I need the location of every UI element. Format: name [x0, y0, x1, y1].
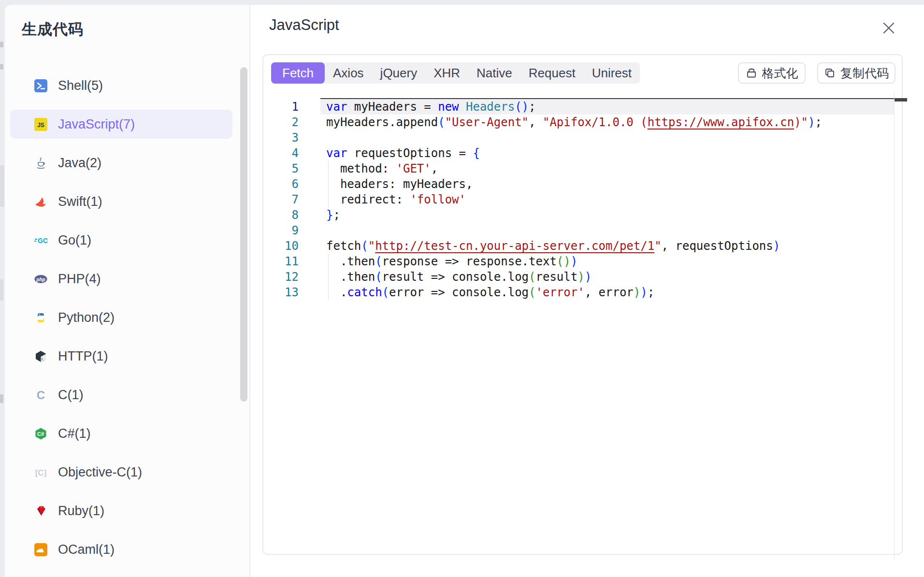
line-number: 10: [268, 238, 299, 254]
c-icon: C: [34, 389, 47, 402]
generate-code-dialog: 生成代码 Shell(5)JSJavaScript(7)Java(2)Swift…: [5, 5, 924, 577]
line-number: 4: [268, 145, 299, 161]
copy-icon: [824, 67, 836, 79]
php-icon: php: [34, 273, 47, 286]
code-line: .then(response => response.text()): [326, 254, 822, 269]
sidebar-item-ocaml[interactable]: OCaml(1): [10, 535, 232, 564]
code-editor[interactable]: var myHeaders = new Headers();myHeaders.…: [326, 99, 822, 300]
copy-code-button-label: 复制代码: [840, 65, 889, 81]
sidebar-item-label: JavaScript(7): [58, 117, 135, 132]
overview-ruler: [894, 92, 895, 559]
tab-unirest[interactable]: Unirest: [584, 62, 640, 84]
ruby-icon: [34, 505, 47, 518]
sidebar-item-http[interactable]: $_HTTP(1): [10, 342, 232, 371]
svg-text:$_: $_: [41, 357, 45, 361]
code-line: method: 'GET',: [326, 161, 822, 176]
line-number: 13: [268, 285, 299, 300]
format-button-label: 格式化: [762, 65, 798, 81]
shell-icon: [34, 79, 47, 92]
dialog-title: 生成代码: [22, 19, 84, 40]
sidebar-item-ruby[interactable]: Ruby(1): [10, 496, 232, 525]
sidebar-item-label: OCaml(1): [58, 542, 115, 557]
sidebar-item-label: Shell(5): [58, 78, 103, 93]
javascript-icon: JS: [34, 118, 47, 131]
code-line: fetch("http://test-cn.your-api-server.co…: [326, 238, 822, 254]
sidebar-item-label: Ruby(1): [58, 504, 104, 519]
svg-text:C#: C#: [37, 431, 44, 437]
line-number: 6: [268, 176, 299, 192]
sidebar-item-label: Objective-C(1): [58, 465, 142, 480]
format-button[interactable]: 格式化: [738, 62, 806, 84]
code-line: var requestOptions = {: [326, 145, 822, 161]
sidebar-item-label: Swift(1): [58, 194, 102, 209]
close-button[interactable]: [878, 18, 899, 40]
backdrop-artifact: [0, 64, 3, 70]
sidebar-item-swift[interactable]: Swift(1): [10, 187, 232, 216]
sidebar-scrollbar[interactable]: [240, 67, 247, 402]
code-line: headers: myHeaders,: [326, 176, 822, 192]
sidebar-item-label: Go(1): [58, 233, 91, 248]
line-number-gutter: 12345678910111213: [268, 99, 299, 300]
tab-axios[interactable]: Axios: [325, 62, 372, 84]
backdrop-artifact: [0, 42, 3, 47]
http-icon: $_: [34, 350, 47, 363]
line-number: 2: [268, 115, 299, 130]
line-number: 9: [268, 223, 299, 238]
tab-request[interactable]: Request: [520, 62, 584, 84]
sidebar-item-label: PHP(4): [58, 272, 101, 287]
tab-jquery[interactable]: jQuery: [372, 62, 426, 84]
sidebar-item-label: Java(2): [58, 156, 101, 171]
code-line: [326, 223, 822, 238]
go-icon: GO: [34, 234, 47, 247]
sidebar-item-csharp[interactable]: C#C#(1): [10, 419, 232, 448]
svg-text:GO: GO: [38, 237, 47, 245]
python-icon: [34, 311, 47, 324]
sidebar-item-java[interactable]: Java(2): [10, 148, 232, 177]
sidebar-item-objective-c[interactable]: [C]Objective-C(1): [10, 458, 232, 487]
code-line: redirect: 'follow': [326, 192, 822, 207]
format-icon: [746, 67, 757, 79]
page-title: JavaScript: [269, 16, 339, 34]
svg-text:JS: JS: [37, 122, 44, 129]
code-line: var myHeaders = new Headers();: [326, 99, 822, 115]
backdrop-artifact: [0, 279, 3, 301]
tab-xhr[interactable]: XHR: [425, 62, 468, 84]
overview-cursor-mark: [895, 98, 907, 101]
sidebar-item-php[interactable]: phpPHP(4): [10, 264, 232, 293]
code-line: .catch(error => console.log('error', err…: [326, 285, 822, 300]
code-line: .then(result => console.log(result)): [326, 269, 822, 285]
swift-icon: [34, 195, 47, 208]
line-number: 11: [268, 254, 299, 269]
sidebar-divider: [249, 5, 250, 577]
svg-text:[C]: [C]: [35, 468, 47, 477]
sidebar-item-shell[interactable]: Shell(5): [10, 71, 232, 100]
code-line: myHeaders.append("User-Agent", "Apifox/1…: [326, 115, 822, 130]
code-line: };: [326, 207, 822, 223]
sidebar-item-label: C#(1): [58, 426, 91, 441]
java-icon: [34, 157, 47, 170]
svg-text:C: C: [37, 389, 45, 402]
client-tabbar: FetchAxiosjQueryXHRNativeRequestUnirest: [271, 62, 640, 84]
tab-fetch[interactable]: Fetch: [271, 62, 325, 84]
sidebar-item-label: C(1): [58, 388, 84, 403]
sidebar-item-python[interactable]: Python(2): [10, 303, 232, 332]
sidebar-item-c[interactable]: CC(1): [10, 380, 232, 409]
code-line: [326, 130, 822, 145]
tab-native[interactable]: Native: [468, 62, 520, 84]
line-number: 8: [268, 207, 299, 223]
sidebar-item-go[interactable]: GOGo(1): [10, 226, 232, 255]
line-number: 1: [268, 99, 299, 115]
sidebar-item-label: Python(2): [58, 310, 115, 325]
line-number: 3: [268, 130, 299, 145]
sidebar-item-javascript[interactable]: JSJavaScript(7): [10, 110, 232, 139]
line-number: 12: [268, 269, 299, 285]
close-icon: [881, 21, 896, 37]
svg-text:php: php: [36, 276, 45, 282]
line-number: 7: [268, 192, 299, 207]
line-number: 5: [268, 161, 299, 176]
backdrop-artifact: [0, 165, 4, 207]
language-sidebar: 生成代码 Shell(5)JSJavaScript(7)Java(2)Swift…: [5, 5, 249, 577]
copy-code-button[interactable]: 复制代码: [817, 62, 895, 84]
backdrop-artifact: [0, 394, 3, 403]
csharp-icon: C#: [34, 427, 47, 440]
